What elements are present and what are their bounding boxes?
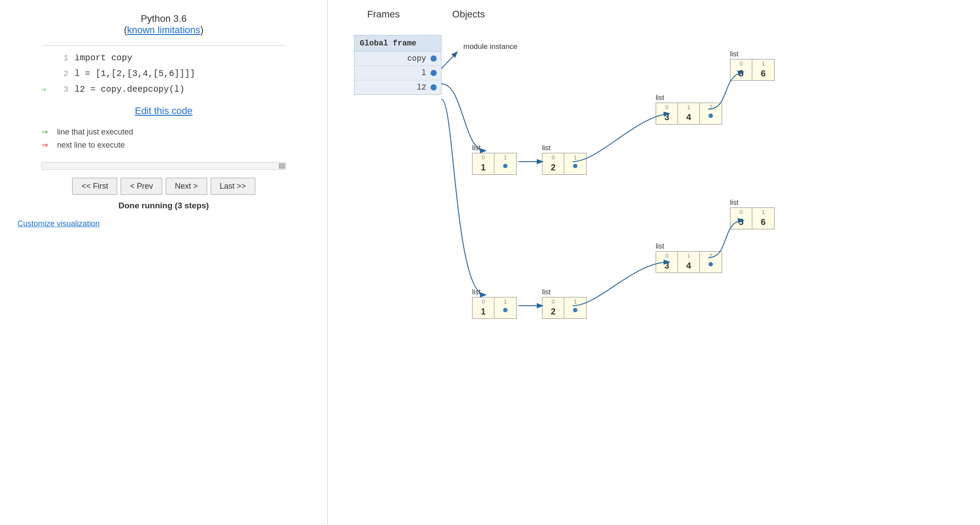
list-mid-right-cell-0: 0 3 — [656, 103, 678, 124]
code-block: 1 import copy 2 l = [1,[2,[3,4,[5,6]]]] … — [42, 45, 286, 97]
list-mid-left-1-cells: 0 1 1 — [472, 153, 517, 175]
frame-row-l: l — [354, 66, 441, 80]
known-limitations-link[interactable]: known limitations — [127, 24, 201, 35]
dot-copy — [431, 55, 437, 62]
legend-red: ⇒ next line to execute — [42, 140, 286, 150]
right-panel: Frames Objects Global frame copy l l2 mo… — [328, 0, 980, 525]
customize-visualization-link[interactable]: Customize visualization — [17, 219, 100, 228]
list-bot-mid-label: list — [656, 242, 722, 250]
list-bot-left-1-dot — [503, 308, 507, 312]
list-bot-right-label: list — [730, 199, 775, 207]
list-top-right-cell-0: 0 5 — [730, 59, 752, 80]
list-mid-right-cells: 0 3 1 4 2 — [656, 103, 722, 124]
list-bot-left-2-cell-1: 1 — [564, 297, 586, 318]
list-bot-mid-cell-1: 1 4 — [678, 252, 700, 273]
list-mid-left-2-cell-0: 0 2 — [542, 153, 564, 174]
list-mid-right-label: list — [656, 94, 722, 102]
list-mid-right-cell-2: 2 — [700, 103, 722, 124]
python-version-text: Python 3.6 — [141, 13, 187, 24]
list-bot-mid-dot — [709, 262, 713, 266]
var-l: l — [359, 69, 426, 77]
list-bot-mid-cell-2: 2 — [700, 252, 722, 273]
list-mid-left-1-cell-1: 1 — [494, 153, 516, 174]
frame-row-l2: l2 — [354, 80, 441, 94]
frame-row-copy: copy — [354, 52, 441, 66]
list-bot-right-cell-0: 0 5 — [730, 208, 752, 229]
list-mid-left-1-label: list — [472, 144, 517, 152]
var-copy: copy — [359, 54, 426, 63]
module-instance-text: module instance — [463, 42, 518, 51]
list-mid-left-1-cell-0: 0 1 — [473, 153, 494, 174]
code-line-1: 1 import copy — [42, 50, 286, 66]
list-mid-left-2-dot — [573, 164, 577, 168]
list-top-right-label: list — [730, 50, 775, 58]
list-bot-left-2-dot — [573, 308, 577, 312]
dot-l2 — [431, 84, 437, 90]
list-mid-left-1: list 0 1 1 — [472, 144, 517, 175]
python-version-title: Python 3.6 (known limitations) — [124, 13, 203, 36]
legend-red-text: next line to execute — [57, 141, 125, 150]
line-num-1: 1 — [56, 52, 69, 65]
list-bot-left-1-cells: 0 1 1 — [472, 297, 517, 319]
list-bot-right-cell-1: 1 6 — [752, 208, 774, 229]
list-bot-mid-cell-0: 0 3 — [656, 252, 678, 273]
frames-label: Frames — [367, 9, 400, 20]
next-button[interactable]: Next > — [166, 178, 207, 195]
list-mid-left-2-cells: 0 2 1 — [542, 153, 587, 175]
list-mid-right-cell-1: 1 4 — [678, 103, 700, 124]
objects-label: Objects — [452, 9, 485, 20]
line-num-3: 3 — [56, 83, 69, 96]
code-line-2: 2 l = [1,[2,[3,4,[5,6]]]] — [42, 66, 286, 82]
edit-this-code-link[interactable]: Edit this code — [135, 105, 192, 117]
line-code-2: l = [1,[2,[3,4,[5,6]]]] — [75, 67, 195, 81]
list-mid-right-dot — [709, 114, 713, 118]
global-frame: Global frame copy l l2 — [354, 35, 441, 95]
list-bot-left-1-cell-0: 0 1 — [473, 297, 494, 318]
list-bot-left-2: list 0 2 1 — [542, 288, 587, 319]
line-code-1: import copy — [75, 51, 132, 65]
legend-red-arrow: ⇒ — [42, 140, 53, 150]
list-mid-left-1-dot — [503, 164, 507, 168]
list-bot-mid: list 0 3 1 4 2 — [656, 242, 722, 273]
nav-buttons: << First < Prev Next > Last >> — [72, 178, 255, 195]
arrow-2 — [42, 68, 53, 80]
legend-green-text: line that just executed — [57, 128, 133, 137]
list-mid-left-2-cell-1: 1 — [564, 153, 586, 174]
left-panel: Python 3.6 (known limitations) 1 import … — [0, 0, 328, 525]
last-button[interactable]: Last >> — [211, 178, 255, 195]
list-bot-right: list 0 5 1 6 — [730, 199, 775, 229]
done-text: Done running (3 steps) — [118, 201, 209, 211]
list-mid-left-2-label: list — [542, 144, 587, 152]
arrow-green: ⇒ — [42, 83, 53, 96]
legend: ⇒ line that just executed ⇒ next line to… — [42, 127, 286, 153]
list-top-right-cell-1: 1 6 — [752, 59, 774, 80]
viz-header: Frames Objects — [367, 9, 967, 20]
dot-l — [431, 70, 437, 76]
list-bot-left-1-label: list — [472, 288, 517, 296]
prev-button[interactable]: < Prev — [121, 178, 162, 195]
code-line-3: ⇒ 3 l2 = copy.deepcopy(l) — [42, 82, 286, 97]
list-mid-right: list 0 3 1 4 2 — [656, 94, 722, 124]
list-bot-left-2-cell-0: 0 2 — [542, 297, 564, 318]
list-top-right-cells: 0 5 1 6 — [730, 59, 775, 81]
progress-bar[interactable] — [42, 162, 286, 170]
list-bot-left-2-label: list — [542, 288, 587, 296]
var-l2: l2 — [359, 83, 426, 92]
frame-title: Global frame — [354, 35, 441, 52]
legend-green: ⇒ line that just executed — [42, 127, 286, 137]
list-bot-mid-cells: 0 3 1 4 2 — [656, 251, 722, 273]
line-code-3: l2 = copy.deepcopy(l) — [75, 83, 185, 97]
list-bot-left-2-cells: 0 2 1 — [542, 297, 587, 319]
arrow-1 — [42, 52, 53, 65]
line-num-2: 2 — [56, 67, 69, 80]
list-bot-left-1-cell-1: 1 — [494, 297, 516, 318]
list-bot-right-cells: 0 5 1 6 — [730, 207, 775, 229]
progress-handle[interactable] — [279, 163, 285, 169]
list-mid-left-2: list 0 2 1 — [542, 144, 587, 175]
first-button[interactable]: << First — [72, 178, 117, 195]
list-bot-left-1: list 0 1 1 — [472, 288, 517, 319]
list-top-right: list 0 5 1 6 — [730, 50, 775, 81]
legend-green-arrow: ⇒ — [42, 127, 53, 137]
